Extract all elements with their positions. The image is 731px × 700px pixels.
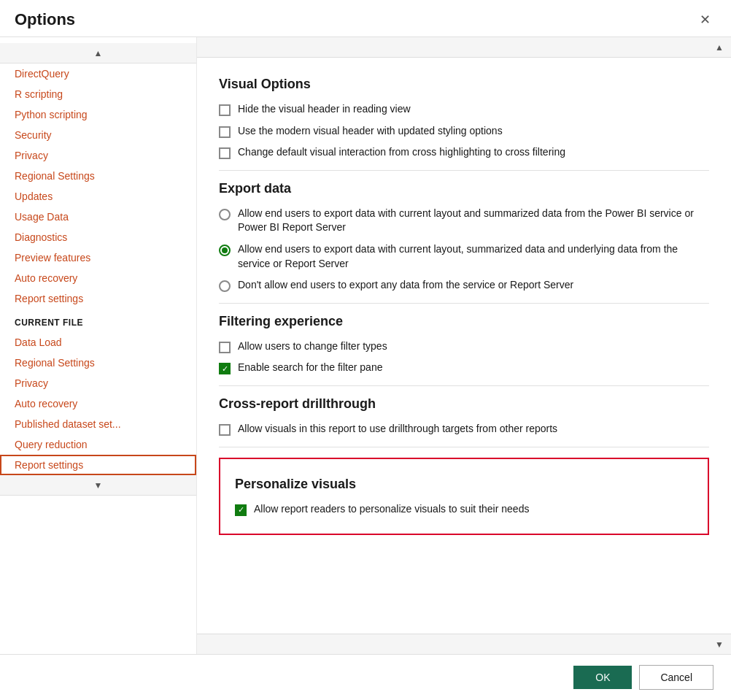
radio-unchecked-icon[interactable]: [219, 280, 231, 292]
section-title-personalize-visuals: Personalize visuals: [235, 477, 693, 492]
current-file-header: CURRENT FILE: [0, 309, 196, 332]
option-label-filtering-experience-0: Allow users to change filter types: [238, 339, 387, 354]
option-row-personalize-visuals-0: ✓Allow report readers to personalize vis…: [235, 502, 693, 517]
sidebar-item-updates[interactable]: Updates: [0, 186, 196, 207]
option-label-filtering-experience-1: Enable search for the filter pane: [238, 361, 382, 375]
section-divider: [219, 170, 709, 171]
checkbox-unchecked-icon[interactable]: [219, 104, 231, 116]
sidebar-item-privacy-cf[interactable]: Privacy: [0, 373, 196, 393]
sidebar-item-report-settings[interactable]: Report settings: [0, 288, 196, 309]
option-row-visual-options-0: Hide the visual header in reading view: [219, 102, 709, 117]
section-title-visual-options: Visual Options: [219, 77, 709, 92]
section-cross-report-drillthrough: Cross-report drillthroughAllow visuals i…: [219, 396, 709, 447]
close-button[interactable]: ✕: [694, 10, 716, 29]
section-divider: [219, 385, 709, 386]
sidebar-item-data-load[interactable]: Data Load: [0, 332, 196, 353]
option-label-visual-options-0: Hide the visual header in reading view: [238, 102, 411, 117]
sidebar-item-diagnostics[interactable]: Diagnostics: [0, 227, 196, 247]
section-title-export-data: Export data: [219, 181, 709, 196]
sidebar-global-section: DirectQueryR scriptingPython scriptingSe…: [0, 64, 196, 309]
section-divider: [219, 303, 709, 304]
sidebar-item-r-scripting[interactable]: R scripting: [0, 84, 196, 104]
sidebar-item-usage-data[interactable]: Usage Data: [0, 207, 196, 227]
option-label-export-data-0: Allow end users to export data with curr…: [238, 207, 709, 235]
option-label-export-data-2: Don't allow end users to export any data…: [238, 278, 573, 293]
option-row-visual-options-2: Change default visual interaction from c…: [219, 145, 709, 160]
checkbox-unchecked-icon[interactable]: [219, 147, 231, 159]
checkbox-unchecked-icon[interactable]: [219, 424, 231, 436]
option-label-export-data-1: Allow end users to export data with curr…: [238, 242, 709, 271]
sidebar-item-directquery[interactable]: DirectQuery: [0, 64, 196, 84]
sidebar-item-report-settings-cf[interactable]: Report settings: [0, 455, 196, 475]
sidebar-item-regional-settings-cf[interactable]: Regional Settings: [0, 353, 196, 373]
option-row-filtering-experience-1: ✓Enable search for the filter pane: [219, 361, 709, 375]
sidebar-current-file-section: Data LoadRegional SettingsPrivacyAuto re…: [0, 332, 196, 475]
cancel-button[interactable]: Cancel: [639, 665, 713, 690]
section-filtering-experience: Filtering experienceAllow users to chang…: [219, 314, 709, 386]
sidebar-item-privacy[interactable]: Privacy: [0, 145, 196, 166]
options-dialog: Options ✕ ▲ DirectQueryR scriptingPython…: [0, 0, 731, 700]
sidebar-item-query-reduction[interactable]: Query reduction: [0, 434, 196, 455]
sidebar-item-python-scripting[interactable]: Python scripting: [0, 104, 196, 125]
section-personalize-visuals: Personalize visuals✓Allow report readers…: [219, 458, 709, 536]
sidebar-item-preview-features[interactable]: Preview features: [0, 247, 196, 268]
checkbox-checked-icon[interactable]: ✓: [235, 504, 247, 516]
option-row-filtering-experience-0: Allow users to change filter types: [219, 339, 709, 354]
main-content: Visual OptionsHide the visual header in …: [197, 58, 731, 634]
section-export-data: Export dataAllow end users to export dat…: [219, 181, 709, 304]
option-row-export-data-1: Allow end users to export data with curr…: [219, 242, 709, 271]
main-scroll-down[interactable]: ▼: [197, 634, 731, 654]
sidebar-scroll-down[interactable]: ▼: [0, 475, 196, 496]
checkbox-unchecked-icon[interactable]: [219, 126, 231, 138]
content-sections: Visual OptionsHide the visual header in …: [197, 58, 731, 547]
section-divider: [219, 447, 709, 447]
sidebar: ▲ DirectQueryR scriptingPython scripting…: [0, 37, 197, 654]
section-title-filtering-experience: Filtering experience: [219, 314, 709, 329]
option-label-cross-report-drillthrough-0: Allow visuals in this report to use dril…: [238, 422, 557, 436]
option-row-cross-report-drillthrough-0: Allow visuals in this report to use dril…: [219, 422, 709, 436]
section-title-cross-report-drillthrough: Cross-report drillthrough: [219, 396, 709, 412]
radio-unchecked-icon[interactable]: [219, 209, 231, 220]
option-label-personalize-visuals-0: Allow report readers to personalize visu…: [254, 502, 529, 517]
dialog-footer: OK Cancel: [0, 654, 731, 700]
sidebar-item-auto-recovery-cf[interactable]: Auto recovery: [0, 393, 196, 414]
ok-button[interactable]: OK: [573, 666, 632, 689]
sidebar-scroll-up[interactable]: ▲: [0, 43, 196, 64]
checkbox-checked-icon[interactable]: ✓: [219, 363, 231, 374]
checkbox-unchecked-icon[interactable]: [219, 342, 231, 353]
option-row-visual-options-1: Use the modern visual header with update…: [219, 124, 709, 139]
sidebar-item-security[interactable]: Security: [0, 125, 196, 145]
option-row-export-data-2: Don't allow end users to export any data…: [219, 278, 709, 293]
title-bar: Options ✕: [0, 0, 731, 36]
dialog-title: Options: [15, 10, 75, 29]
main-scroll-up[interactable]: ▲: [197, 37, 731, 58]
sidebar-item-published-dataset[interactable]: Published dataset set...: [0, 414, 196, 434]
option-label-visual-options-2: Change default visual interaction from c…: [238, 145, 565, 160]
sidebar-item-regional-settings[interactable]: Regional Settings: [0, 166, 196, 186]
section-visual-options: Visual OptionsHide the visual header in …: [219, 77, 709, 171]
dialog-body: ▲ DirectQueryR scriptingPython scripting…: [0, 36, 731, 654]
option-row-export-data-0: Allow end users to export data with curr…: [219, 207, 709, 235]
sidebar-item-auto-recovery[interactable]: Auto recovery: [0, 268, 196, 288]
option-label-visual-options-1: Use the modern visual header with update…: [238, 124, 503, 139]
radio-checked-icon[interactable]: [219, 245, 231, 256]
